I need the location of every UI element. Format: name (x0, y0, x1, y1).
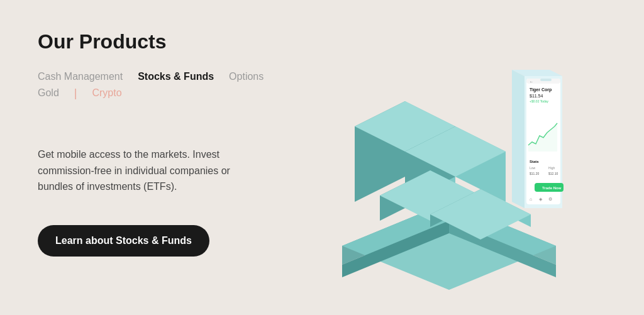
svg-rect-36 (540, 79, 552, 81)
isometric-illustration: ← Tiger Corp $11.54 +$0.02 Today Stats L… (304, 51, 594, 302)
page-container: Our Products Cash Management Stocks & Fu… (0, 0, 644, 315)
tab-options[interactable]: Options (229, 69, 264, 85)
tab-gold[interactable]: Gold (38, 85, 59, 101)
tab-stocks-funds[interactable]: Stocks & Funds (138, 69, 214, 85)
product-description: Get mobile access to the markets. Invest… (38, 146, 264, 195)
svg-marker-17 (512, 70, 525, 208)
product-nav: Cash Management Stocks & Funds Options G… (38, 69, 314, 101)
svg-text:Tiger Corp: Tiger Corp (530, 87, 552, 92)
svg-text:Trade Now: Trade Now (542, 186, 562, 190)
illustration-container: ← Tiger Corp $11.54 +$0.02 Today Stats L… (355, 114, 594, 302)
tab-cash-management[interactable]: Cash Management (38, 69, 123, 85)
svg-text:+$0.02 Today: +$0.02 Today (530, 99, 549, 103)
learn-more-button[interactable]: Learn about Stocks & Funds (38, 225, 209, 257)
svg-text:$11.20: $11.20 (530, 172, 540, 175)
svg-text:Stats: Stats (530, 160, 539, 163)
svg-text:⚙: ⚙ (548, 197, 552, 201)
tab-crypto[interactable]: Crypto (92, 85, 121, 101)
svg-text:$12.10: $12.10 (548, 172, 558, 175)
right-section: ← Tiger Corp $11.54 +$0.02 Today Stats L… (352, 0, 644, 315)
nav-divider: | (74, 87, 77, 100)
svg-text:$11.54: $11.54 (530, 94, 543, 98)
svg-text:Low: Low (530, 166, 536, 170)
left-section: Our Products Cash Management Stocks & Fu… (0, 0, 352, 315)
svg-text:←: ← (530, 80, 533, 84)
svg-text:High: High (548, 166, 555, 170)
section-title: Our Products (38, 30, 314, 53)
svg-text:⌂: ⌂ (530, 197, 532, 201)
